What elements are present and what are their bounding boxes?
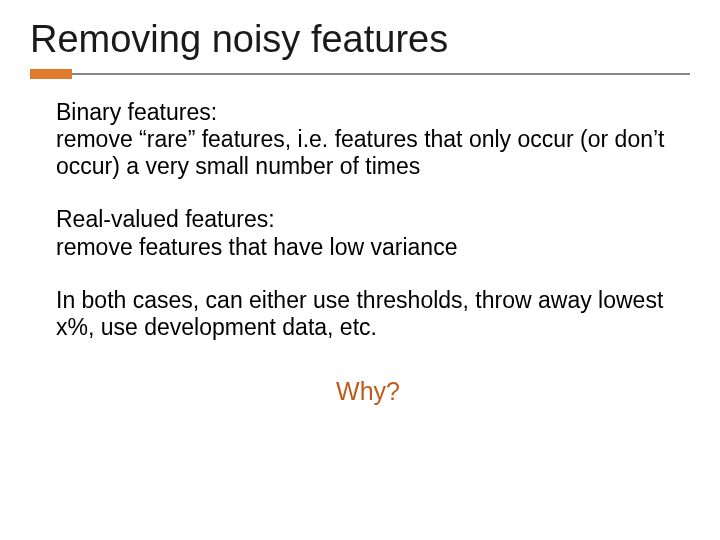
title-rule bbox=[30, 69, 690, 79]
title-area: Removing noisy features bbox=[0, 0, 720, 79]
content-block: Real-valued features: remove features th… bbox=[56, 206, 680, 260]
callout-text: Why? bbox=[56, 377, 680, 407]
slide-body: Binary features: remove “rare” features,… bbox=[0, 79, 720, 406]
block-text: In both cases, can either use thresholds… bbox=[56, 287, 680, 341]
slide: Removing noisy features Binary features:… bbox=[0, 0, 720, 540]
title-rule-line bbox=[30, 73, 690, 75]
block-text: remove features that have low variance bbox=[56, 234, 680, 261]
block-heading: Real-valued features: bbox=[56, 206, 680, 233]
title-rule-accent bbox=[30, 69, 72, 79]
content-block: In both cases, can either use thresholds… bbox=[56, 287, 680, 341]
content-block: Binary features: remove “rare” features,… bbox=[56, 99, 680, 180]
block-heading: Binary features: bbox=[56, 99, 680, 126]
block-text: remove “rare” features, i.e. features th… bbox=[56, 126, 680, 180]
slide-title: Removing noisy features bbox=[30, 18, 720, 61]
